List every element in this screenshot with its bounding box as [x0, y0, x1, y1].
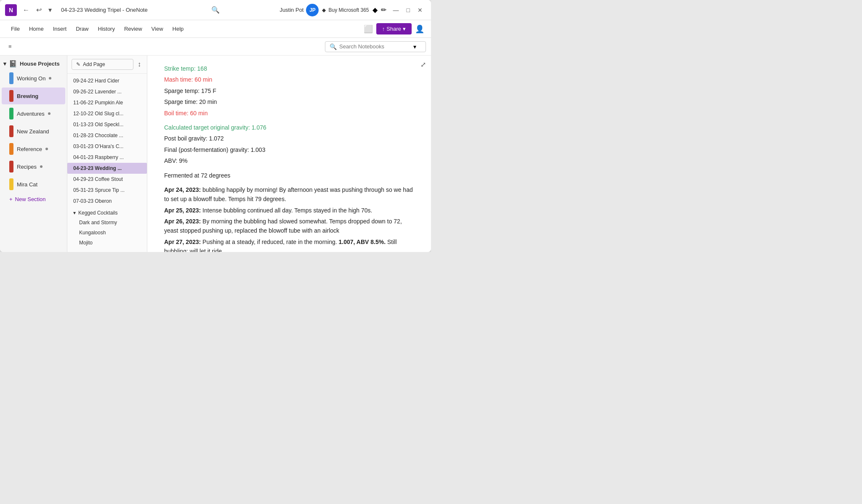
sparge-temp-text: Sparge temp: 175 F: [164, 86, 414, 95]
search-box: 🔍 ▾: [325, 41, 426, 52]
sidebar-item-reference[interactable]: Reference: [2, 141, 65, 157]
final-gravity-text: Final (post-fermentation) gravity: 1.003: [164, 145, 414, 154]
page-item[interactable]: 07-03-23 Oberon: [67, 196, 147, 207]
page-item[interactable]: 01-13-23 Old Speckl...: [67, 119, 147, 130]
notebook-icon: 📓: [9, 60, 17, 68]
mash-time-text: Mash time: 60 min: [164, 76, 212, 83]
share-dropdown-icon: ▾: [403, 26, 406, 32]
pages-toolbar: ✎ Add Page ↕: [67, 56, 147, 74]
new-zealand-label: New Zealand: [17, 128, 49, 135]
post-boil-gravity-text: Post boil gravity: 1.072: [164, 134, 414, 143]
subgroup-kegged-cocktails[interactable]: ▾ Kegged Cocktails: [67, 207, 147, 218]
collapse-sidebar-button[interactable]: ≡: [5, 42, 15, 51]
buy-microsoft-button[interactable]: ◆ Buy Microsoft 365: [322, 7, 369, 13]
title-bar-center: 🔍: [211, 6, 220, 14]
sidebar-item-adventures[interactable]: Adventures: [2, 105, 65, 122]
recipes-dot: [40, 165, 43, 168]
page-item[interactable]: 03-01-23 O'Hara's C...: [67, 141, 147, 152]
log-entry-apr25: Apr 25, 2023: Intense bubbling continued…: [164, 206, 414, 215]
share-button[interactable]: ↑ Share ▾: [376, 23, 412, 34]
sidebar-item-new-zealand[interactable]: New Zealand: [2, 123, 65, 140]
menu-help[interactable]: Help: [168, 23, 188, 34]
notebook-icon-button[interactable]: ⬜: [364, 24, 373, 34]
menu-home[interactable]: Home: [25, 23, 48, 34]
ribbon-right: ⬜ ↑ Share ▾ 👤: [364, 23, 424, 34]
page-item[interactable]: 05-31-23 Spruce Tip ...: [67, 185, 147, 196]
abv-text: ABV: 9%: [164, 156, 414, 165]
search-dropdown-icon[interactable]: ▾: [413, 43, 416, 50]
mira-cat-indicator: [9, 178, 13, 190]
log-entry-apr24: Apr 24, 2023: bubbling happily by mornin…: [164, 185, 414, 204]
page-item[interactable]: 04-01-23 Raspberry ...: [67, 152, 147, 163]
window-title: 04-23-23 Wedding Tripel - OneNote: [61, 7, 148, 13]
menu-file[interactable]: File: [7, 23, 24, 34]
ribbon: File Home Insert Draw History Review Vie…: [0, 20, 431, 38]
recipes-label: Recipes: [17, 164, 37, 170]
sub-page-dark-and-stormy[interactable]: Dark and Stormy: [67, 218, 147, 228]
sidebar-item-brewing[interactable]: Brewing: [2, 88, 65, 104]
content-text: Strike temp: 168 Mash time: 60 min Sparg…: [164, 64, 414, 252]
add-page-icon: ✎: [76, 61, 80, 67]
new-section-label: New Section: [15, 196, 46, 202]
search-row: ≡ 🔍 ▾: [0, 38, 431, 56]
menu-draw[interactable]: Draw: [72, 23, 93, 34]
search-input[interactable]: [339, 43, 411, 50]
subgroup-collapse-icon: ▾: [73, 210, 76, 216]
share-icon: ↑: [382, 26, 385, 32]
menu-insert[interactable]: Insert: [49, 23, 71, 34]
minimize-button[interactable]: —: [390, 5, 402, 15]
add-page-button[interactable]: ✎ Add Page: [72, 59, 133, 70]
close-button[interactable]: ✕: [414, 5, 426, 15]
menu-view[interactable]: View: [147, 23, 168, 34]
new-zealand-indicator: [9, 125, 13, 137]
person-button[interactable]: 👤: [415, 24, 424, 34]
share-label: Share: [386, 26, 401, 32]
title-bar-right: Justin Pot JP ◆ Buy Microsoft 365 ◆ ✏ — …: [220, 4, 426, 16]
page-item[interactable]: 12-10-22 Old Slug cl...: [67, 108, 147, 119]
dropdown-button[interactable]: ▾: [46, 4, 54, 16]
new-section-button[interactable]: + New Section: [2, 194, 65, 205]
sidebar-item-recipes[interactable]: Recipes: [2, 158, 65, 175]
gravity-group: Calculated target original gravity: 1.07…: [164, 123, 414, 166]
onenote-logo: N: [5, 4, 17, 16]
reference-dot: [45, 148, 48, 150]
page-item[interactable]: 04-29-23 Coffee Stout: [67, 174, 147, 185]
sort-button[interactable]: ↕: [136, 59, 143, 70]
back-button[interactable]: ←: [20, 5, 32, 16]
sub-page-kungaloosh[interactable]: Kungaloosh: [67, 228, 147, 238]
maximize-button[interactable]: □: [403, 5, 413, 15]
sub-page-mojito[interactable]: Mojito: [67, 238, 147, 248]
page-item-active[interactable]: 04-23-23 Wedding ...: [67, 163, 147, 174]
sidebar-item-mira-cat[interactable]: Mira Cat: [2, 176, 65, 193]
adventures-dot: [48, 112, 51, 115]
sidebar-item-working-on[interactable]: Working On: [2, 70, 65, 87]
pen-icon: ✏: [381, 6, 386, 14]
notebook-label: House Projects: [20, 61, 60, 67]
expand-button[interactable]: ⤢: [420, 61, 426, 69]
reference-label: Reference: [17, 146, 42, 152]
plus-icon: +: [9, 196, 13, 202]
sparge-time-text: Sparge time: 20 min: [164, 97, 414, 106]
main-area: ▾ 📓 House Projects Working On Brewing Ad…: [0, 56, 431, 252]
search-button[interactable]: 🔍: [211, 6, 220, 14]
boil-time-text: Boil time: 60 min: [164, 110, 208, 117]
menu-review[interactable]: Review: [120, 23, 146, 34]
menu-history[interactable]: History: [94, 23, 119, 34]
page-item[interactable]: 09-24-22 Hard Cider: [67, 75, 147, 86]
reference-indicator: [9, 143, 13, 155]
working-on-indicator: [9, 72, 13, 84]
app-window: N ← ↩ ▾ 04-23-23 Wedding Tripel - OneNot…: [0, 0, 431, 252]
log-entries-group: Apr 24, 2023: bubbling happily by mornin…: [164, 185, 414, 252]
fermented-text: Fermented at 72 degrees: [164, 171, 414, 180]
notebook-header[interactable]: ▾ 📓 House Projects: [0, 57, 67, 69]
undo-button[interactable]: ↩: [34, 4, 44, 16]
working-on-label: Working On: [17, 75, 45, 82]
brewing-indicator: [9, 90, 13, 102]
adventures-indicator: [9, 108, 13, 119]
content-area: ⤢ Strike temp: 168 Mash time: 60 min Spa…: [147, 56, 431, 252]
page-item[interactable]: 09-26-22 Lavender ...: [67, 86, 147, 97]
page-item[interactable]: 01-28-23 Chocolate ...: [67, 130, 147, 141]
page-item[interactable]: 11-06-22 Pumpkin Ale: [67, 97, 147, 108]
window-controls: — □ ✕: [390, 5, 426, 15]
pages-scroll-area: 09-24-22 Hard Cider 09-26-22 Lavender ..…: [67, 74, 147, 252]
